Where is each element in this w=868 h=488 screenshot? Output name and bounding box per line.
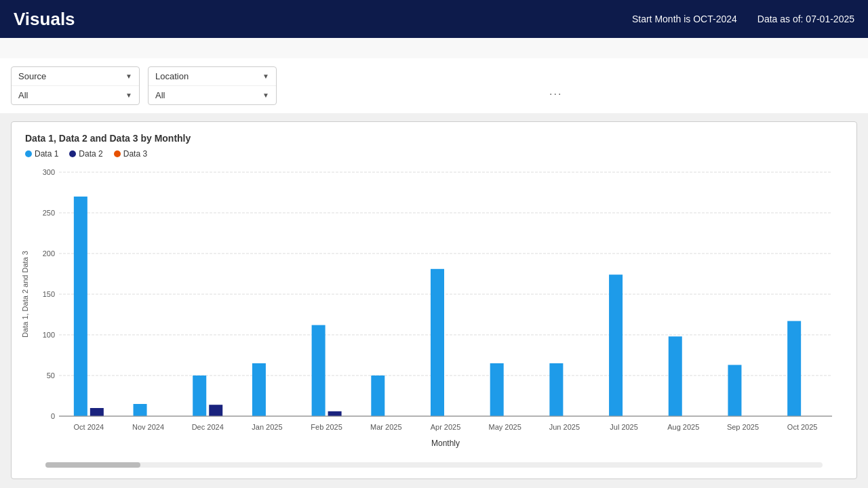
legend-data3: Data 3 (114, 149, 147, 159)
svg-rect-30 (431, 269, 444, 416)
source-filter-value[interactable]: All ▼ (12, 86, 139, 104)
svg-rect-21 (209, 405, 222, 416)
svg-text:300: 300 (43, 168, 55, 176)
svg-text:Jan 2025: Jan 2025 (252, 423, 282, 431)
svg-text:Oct 2024: Oct 2024 (74, 423, 104, 431)
svg-text:Data 1, Data 2 and Data 3: Data 1, Data 2 and Data 3 (21, 251, 29, 338)
chart-legend: Data 1 Data 2 Data 3 (18, 149, 850, 159)
location-filter[interactable]: Location ▼ All ▼ (148, 66, 277, 105)
svg-rect-36 (609, 274, 623, 416)
legend-data2: Data 2 (69, 149, 102, 159)
location-value-chevron: ▼ (262, 92, 269, 99)
svg-rect-20 (193, 375, 206, 416)
svg-text:250: 250 (43, 209, 55, 217)
svg-text:100: 100 (43, 331, 55, 339)
source-filter-label: Source ▼ (12, 67, 139, 86)
svg-rect-42 (787, 321, 801, 416)
legend-dot-data2 (69, 150, 76, 157)
svg-text:0: 0 (51, 412, 55, 420)
legend-dot-data3 (114, 150, 121, 157)
chart-svg-wrapper: 050100150200250300Data 1, Data 2 and Dat… (18, 165, 850, 460)
svg-rect-32 (490, 363, 504, 416)
chart-title: Data 1, Data 2 and Data 3 by Monthly (18, 133, 850, 144)
svg-rect-15 (74, 197, 87, 416)
legend-label-data3: Data 3 (123, 149, 147, 159)
source-filter[interactable]: Source ▼ All ▼ (11, 66, 140, 105)
more-options-button[interactable]: ... (549, 85, 562, 98)
svg-rect-23 (252, 363, 266, 416)
svg-text:Nov 2024: Nov 2024 (132, 423, 164, 431)
app-header: Visuals Start Month is OCT-2024 Data as … (0, 0, 868, 38)
scrollbar-thumb[interactable] (45, 462, 140, 468)
svg-text:Monthly: Monthly (431, 439, 460, 448)
location-filter-value[interactable]: All ▼ (149, 86, 276, 104)
svg-text:Feb 2025: Feb 2025 (311, 423, 342, 431)
bar-chart-svg: 050100150200250300Data 1, Data 2 and Dat… (18, 165, 846, 457)
start-month-label: Start Month is OCT-2024 (632, 14, 737, 24)
svg-text:50: 50 (47, 371, 55, 380)
location-label-chevron: ▼ (262, 73, 269, 80)
legend-dot-data1 (25, 150, 32, 157)
filters-bar: Source ▼ All ▼ Location ▼ All ▼ (0, 58, 868, 113)
svg-text:Mar 2025: Mar 2025 (370, 423, 401, 431)
data-as-of-label: Data as of: 07-01-2025 (757, 14, 854, 24)
app-title: Visuals (14, 9, 75, 30)
svg-text:200: 200 (43, 249, 55, 258)
svg-rect-28 (371, 375, 384, 416)
chart-container: Data 1, Data 2 and Data 3 by Monthly Dat… (11, 121, 857, 479)
svg-text:Dec 2024: Dec 2024 (192, 423, 224, 431)
svg-text:Jun 2025: Jun 2025 (549, 423, 580, 431)
svg-text:150: 150 (43, 290, 55, 298)
svg-rect-40 (728, 365, 741, 416)
svg-rect-16 (90, 408, 104, 416)
svg-text:Sep 2025: Sep 2025 (727, 423, 759, 431)
legend-label-data2: Data 2 (79, 149, 102, 159)
chart-scrollbar[interactable] (45, 462, 823, 468)
svg-rect-34 (549, 363, 563, 416)
svg-text:Jul 2025: Jul 2025 (610, 423, 638, 431)
svg-text:Aug 2025: Aug 2025 (667, 423, 699, 431)
legend-label-data1: Data 1 (35, 149, 58, 159)
svg-text:Apr 2025: Apr 2025 (431, 423, 461, 431)
svg-rect-18 (134, 404, 147, 416)
location-filter-label: Location ▼ (149, 67, 276, 86)
svg-text:Oct 2025: Oct 2025 (787, 423, 818, 431)
svg-rect-26 (328, 411, 342, 416)
source-label-chevron: ▼ (125, 73, 132, 80)
legend-data1: Data 1 (25, 149, 58, 159)
header-meta: Start Month is OCT-2024 Data as of: 07-0… (632, 14, 854, 24)
svg-text:May 2025: May 2025 (489, 423, 521, 431)
svg-rect-25 (312, 325, 326, 416)
svg-rect-38 (669, 336, 682, 416)
source-value-chevron: ▼ (125, 92, 132, 99)
